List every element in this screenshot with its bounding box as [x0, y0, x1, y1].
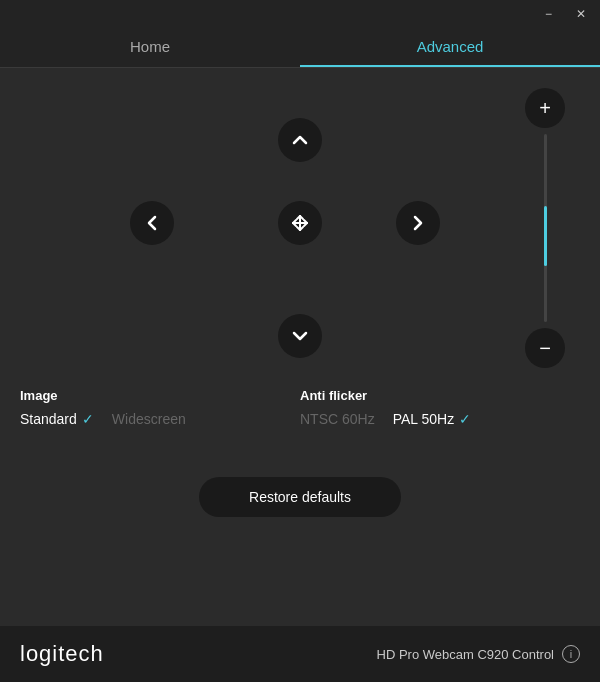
- antiflicker-group: Anti flicker NTSC 60Hz PAL 50Hz ✓: [300, 388, 580, 427]
- device-info: HD Pro Webcam C920 Control i: [377, 645, 581, 663]
- image-options: Standard ✓ Widescreen: [20, 411, 300, 427]
- logo-text: logitech: [20, 641, 104, 667]
- pan-up-button[interactable]: [278, 118, 322, 162]
- minimize-button[interactable]: −: [539, 5, 558, 23]
- antiflicker-ntsc-label: NTSC 60Hz: [300, 411, 375, 427]
- antiflicker-option-pal[interactable]: PAL 50Hz ✓: [393, 411, 471, 427]
- restore-defaults-button[interactable]: Restore defaults: [199, 477, 401, 517]
- title-bar: − ✕: [0, 0, 600, 28]
- pan-left-button[interactable]: [130, 201, 174, 245]
- image-option-standard[interactable]: Standard ✓: [20, 411, 94, 427]
- footer: logitech HD Pro Webcam C920 Control i: [0, 626, 600, 682]
- logitech-logo: logitech: [20, 641, 104, 667]
- image-standard-check-icon: ✓: [82, 411, 94, 427]
- zoom-track[interactable]: [544, 134, 547, 322]
- device-name: HD Pro Webcam C920 Control: [377, 647, 555, 662]
- antiflicker-pal-check-icon: ✓: [459, 411, 471, 427]
- pan-area: + −: [0, 68, 600, 378]
- image-option-widescreen[interactable]: Widescreen: [112, 411, 186, 427]
- image-group: Image Standard ✓ Widescreen: [20, 388, 300, 427]
- antiflicker-label: Anti flicker: [300, 388, 580, 403]
- image-standard-label: Standard: [20, 411, 77, 427]
- antiflicker-option-ntsc[interactable]: NTSC 60Hz: [300, 411, 375, 427]
- zoom-out-button[interactable]: −: [525, 328, 565, 368]
- tab-home[interactable]: Home: [0, 28, 300, 67]
- close-button[interactable]: ✕: [570, 5, 592, 23]
- zoom-in-button[interactable]: +: [525, 88, 565, 128]
- image-widescreen-label: Widescreen: [112, 411, 186, 427]
- zoom-thumb: [544, 206, 547, 266]
- settings-section: Image Standard ✓ Widescreen Anti flicker…: [0, 378, 600, 427]
- antiflicker-pal-label: PAL 50Hz: [393, 411, 454, 427]
- restore-area: Restore defaults: [0, 427, 600, 517]
- pan-right-button[interactable]: [396, 201, 440, 245]
- main-content: + − Image Standard ✓ Widescreen Anti: [0, 68, 600, 558]
- antiflicker-options: NTSC 60Hz PAL 50Hz ✓: [300, 411, 580, 427]
- info-button[interactable]: i: [562, 645, 580, 663]
- pan-down-button[interactable]: [278, 314, 322, 358]
- pan-center-button[interactable]: [278, 201, 322, 245]
- zoom-control: + −: [525, 88, 565, 368]
- image-label: Image: [20, 388, 300, 403]
- tab-bar: Home Advanced: [0, 28, 600, 68]
- tab-advanced[interactable]: Advanced: [300, 28, 600, 67]
